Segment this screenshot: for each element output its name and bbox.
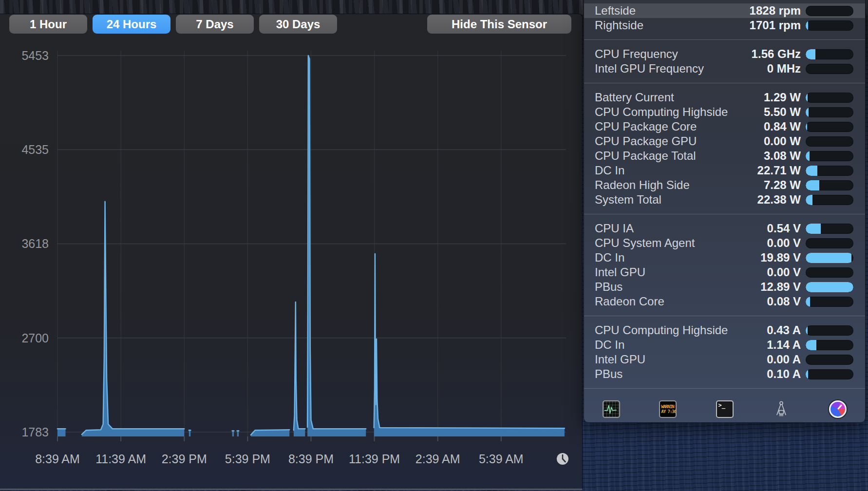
gauge-icon[interactable] (829, 400, 847, 418)
sensor-value: 1828 rpm (750, 4, 801, 18)
sensor-row[interactable]: CPU Package Core0.84 W (584, 119, 865, 134)
warning-line-2: AY 7:36 (660, 409, 676, 414)
section-divider (584, 39, 865, 40)
sensor-row[interactable]: System Total22.38 W (584, 192, 865, 207)
sensor-label: CPU Computing Highside (595, 323, 728, 337)
sensor-row[interactable]: DC In19.89 V (584, 250, 865, 265)
sensor-bar-fill (806, 20, 808, 31)
svg-text:11:39 AM: 11:39 AM (95, 452, 146, 466)
sensor-bar-fill (806, 195, 812, 205)
sensor-bar-fill (806, 122, 807, 132)
sensor-bar-fill (806, 369, 808, 379)
sensor-row[interactable]: Intel GPU0.00 V (584, 265, 865, 280)
sensor-row[interactable]: Intel GPU Frequency0 MHz (584, 61, 865, 76)
section-divider (584, 388, 865, 389)
svg-text:3618: 3618 (21, 237, 49, 250)
sensor-row[interactable]: Leftside1828 rpm (584, 3, 865, 18)
sensor-row[interactable]: Battery Current1.29 W (584, 90, 865, 105)
sensor-row[interactable]: Radeon Core0.08 V (584, 294, 865, 309)
svg-text:5:39 AM: 5:39 AM (479, 452, 524, 466)
sensor-row[interactable]: DC In1.14 A (584, 338, 865, 352)
sensor-row[interactable]: DC In22.71 W (584, 163, 865, 178)
sensor-label: System Total (595, 193, 661, 207)
sensor-row[interactable]: CPU Package Total3.08 W (584, 149, 865, 163)
hide-this-sensor-button[interactable]: Hide This Sensor (427, 15, 571, 34)
sensor-bar-fill (806, 340, 816, 350)
sensor-row[interactable]: CPU System Agent0.00 V (584, 236, 865, 250)
sensor-row[interactable]: Radeon High Side7.28 W (584, 178, 865, 192)
sensor-bar-fill (806, 282, 853, 292)
warning-display-icon[interactable]: WARNIN AY 7:36 (659, 400, 677, 418)
oscilloscope-icon[interactable] (603, 400, 620, 418)
sensor-label: Rightside (595, 19, 643, 32)
sensor-label: CPU Package GPU (595, 134, 697, 148)
sensor-row[interactable]: CPU Computing Highside5.50 W (584, 105, 865, 119)
sensor-bar (806, 64, 853, 74)
sensor-value: 0.00 V (767, 265, 801, 279)
terminal-prompt-glyph: >_ (718, 402, 725, 409)
sensor-bar-fill (806, 224, 821, 234)
sensor-bar (806, 355, 853, 365)
chart-axis-labels: 8:39 AM11:39 AM2:39 PM5:39 PM8:39 PM11:3… (21, 49, 523, 466)
svg-text:8:39 PM: 8:39 PM (288, 452, 334, 466)
toolbar-icon-row: WARNIN AY 7:36 >_ (584, 396, 865, 422)
sensor-row[interactable]: PBus12.89 V (584, 280, 865, 294)
sensor-value: 0.00 W (764, 134, 801, 148)
sensor-bar-fill (806, 297, 810, 307)
sensor-bar-fill (806, 180, 819, 190)
sensor-bar (806, 166, 853, 176)
clock-icon[interactable] (557, 453, 568, 465)
calipers-sensor-icon[interactable] (773, 400, 790, 418)
sensor-row[interactable]: PBus0.10 A (584, 367, 865, 381)
sensor-value: 5.50 W (764, 105, 801, 119)
sensor-bar (806, 195, 853, 205)
time-range-button-24-hours[interactable]: 24 Hours (93, 15, 170, 34)
sensor-label: DC In (595, 338, 624, 352)
sensor-value: 0.10 A (767, 367, 801, 381)
svg-text:4535: 4535 (21, 143, 49, 156)
time-range-button-30-days[interactable]: 30 Days (259, 15, 337, 34)
sensor-row[interactable]: CPU Computing Highside0.43 A (584, 323, 865, 338)
sensor-bar-fill (806, 253, 851, 263)
sensor-label: CPU System Agent (595, 236, 695, 250)
sensor-bar-fill (806, 107, 809, 117)
sensor-value: 19.89 V (760, 251, 801, 264)
sensor-label: Battery Current (595, 91, 674, 104)
sensor-row[interactable]: CPU IA0.54 V (584, 221, 865, 236)
sensor-label: Intel GPU Frequency (595, 62, 704, 76)
time-range-button-7-days[interactable]: 7 Days (176, 15, 254, 34)
sensor-value: 22.71 W (757, 164, 801, 177)
sensor-bar (806, 369, 853, 379)
sensor-value: 0 MHz (767, 62, 801, 76)
sensor-value: 1.56 GHz (752, 47, 801, 61)
sensor-row[interactable]: Rightside1701 rpm (584, 18, 865, 33)
sensor-label: Intel GPU (595, 265, 645, 279)
svg-text:11:39 PM: 11:39 PM (349, 452, 400, 466)
sensor-bar (806, 238, 853, 248)
sensor-bar (806, 180, 853, 190)
chart-toolbar: 1 Hour24 Hours7 Days30 Days Hide This Se… (0, 15, 582, 34)
sensor-label: CPU Computing Highside (595, 105, 728, 119)
sensor-bar (806, 136, 853, 147)
fan-history-window: 8:39 AM11:39 AM2:39 PM5:39 PM8:39 PM11:3… (0, 14, 583, 489)
sensor-row[interactable]: Intel GPU0.00 A (584, 352, 865, 367)
sensor-value: 3.08 W (764, 149, 801, 163)
sensor-bar-fill (806, 49, 815, 59)
sensor-row[interactable]: CPU Frequency1.56 GHz (584, 47, 865, 61)
sensor-value: 0.00 A (767, 353, 801, 366)
sensor-list: Leftside1828 rpmRightside1701 rpmCPU Fre… (584, 0, 865, 381)
time-range-button-1-hour[interactable]: 1 Hour (9, 15, 87, 34)
sensor-label: Radeon Core (595, 295, 664, 308)
sensor-value: 1.29 W (764, 91, 801, 104)
sensor-value: 22.38 W (757, 193, 801, 207)
sensor-bar (806, 325, 853, 336)
svg-text:1783: 1783 (21, 425, 49, 439)
section-divider (584, 214, 865, 214)
sensor-row[interactable]: CPU Package GPU0.00 W (584, 134, 865, 149)
terminal-icon[interactable]: >_ (716, 400, 734, 418)
sensor-label: Leftside (595, 4, 636, 18)
sensor-value: 0.84 W (764, 120, 801, 133)
sensor-label: PBus (595, 280, 623, 294)
sensor-bar (806, 93, 853, 103)
sensor-bar (806, 253, 853, 263)
